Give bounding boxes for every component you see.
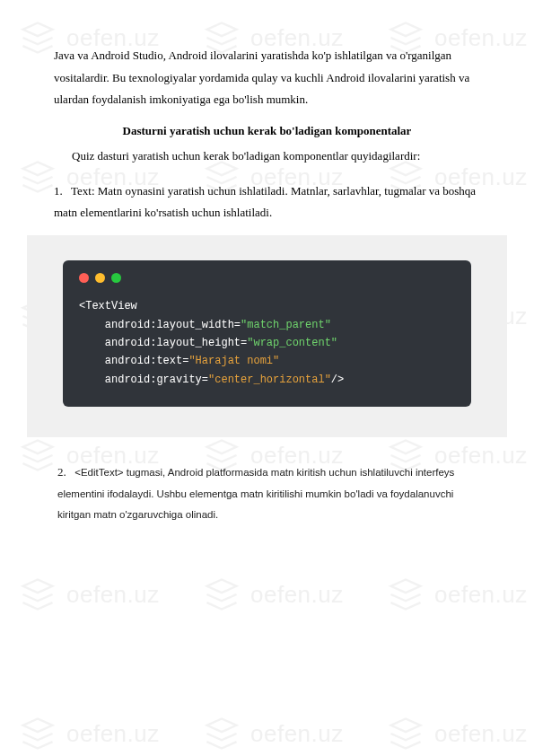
watermark-text: oefen.uz [434, 581, 528, 609]
section-heading: Dasturni yaratish uchun kerak bo'ladigan… [54, 124, 480, 138]
watermark: oefen.uz [386, 714, 528, 753]
stack-icon [202, 714, 241, 753]
code-line: android:gravity="center_horizontal"/> [79, 371, 455, 389]
stack-icon [202, 575, 241, 614]
intro-paragraph-2: Quiz dasturi yaratish uchun kerak bo'lad… [54, 145, 480, 168]
list-item-2: 2. <EditText> tugmasi, Android platforma… [54, 459, 480, 527]
stack-icon [386, 575, 425, 614]
watermark-text: oefen.uz [66, 720, 160, 748]
list-number: 2. [57, 461, 72, 484]
list-item-text: <EditText> tugmasi, Android platformasid… [57, 467, 454, 520]
minimize-icon [95, 273, 105, 283]
watermark: oefen.uz [202, 714, 344, 753]
window-controls [79, 273, 455, 283]
watermark: oefen.uz [386, 575, 528, 614]
document-content: Java va Android Studio, Android ilovalar… [0, 0, 534, 574]
close-icon [79, 273, 89, 283]
code-line: <TextView [79, 297, 455, 315]
list-item-1: 1. Text: Matn oynasini yaratish uchun is… [54, 180, 480, 224]
code-line: android:layout_width="match_parent" [79, 316, 455, 334]
watermark-text: oefen.uz [434, 720, 528, 748]
list-number: 1. [54, 180, 68, 203]
code-block-container: <TextView android:layout_width="match_pa… [27, 235, 507, 437]
stack-icon [18, 575, 57, 614]
code-line: android:text="Harajat nomi" [79, 352, 455, 370]
intro-paragraph: Java va Android Studio, Android ilovalar… [54, 45, 480, 111]
watermark: oefen.uz [202, 575, 344, 614]
list-item-text: Text: Matn oynasini yaratish uchun ishla… [54, 184, 476, 220]
watermark-text: oefen.uz [250, 581, 344, 609]
watermark: oefen.uz [18, 575, 160, 614]
code-window: <TextView android:layout_width="match_pa… [63, 260, 471, 407]
watermark: oefen.uz [18, 714, 160, 753]
watermark-text: oefen.uz [250, 720, 344, 748]
watermark-text: oefen.uz [66, 581, 160, 609]
stack-icon [386, 714, 425, 753]
stack-icon [18, 714, 57, 753]
code-line: android:layout_height="wrap_content" [79, 334, 455, 352]
maximize-icon [111, 273, 121, 283]
